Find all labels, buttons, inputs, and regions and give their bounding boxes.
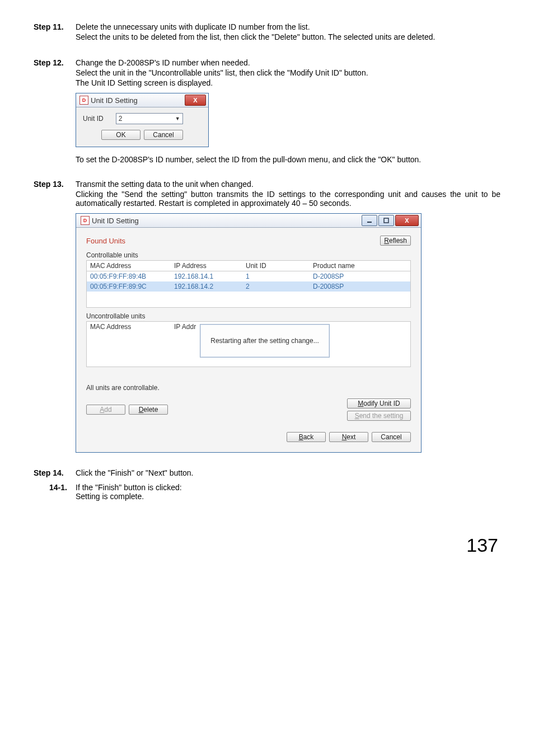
cancel-button[interactable]: Cancel bbox=[372, 432, 411, 442]
row1-mac: 00:05:F9:FF:89:4B bbox=[90, 273, 174, 280]
chevron-down-icon: ▼ bbox=[175, 116, 180, 121]
step13-text-2: Clicking the "Send the setting" button t… bbox=[76, 190, 500, 208]
row1-prod: D-2008SP bbox=[313, 273, 407, 280]
row2-id: 2 bbox=[246, 283, 313, 290]
ok-button[interactable]: OK bbox=[101, 130, 140, 140]
row1-id: 1 bbox=[246, 273, 313, 280]
step12-text-2: Select the unit in the "Uncontrollable u… bbox=[76, 68, 500, 77]
add-button: Add bbox=[86, 405, 125, 415]
controllable-header: MAC Address IP Address Unit ID Product n… bbox=[86, 260, 411, 271]
reflesh-button[interactable]: Reflesh bbox=[380, 236, 411, 246]
unit-id-setting-dialog-large: D Unit ID Setting X Found Units Reflesh bbox=[76, 213, 421, 453]
back-button[interactable]: Back bbox=[287, 432, 326, 442]
step12-text-3: The Unit ID Setting screen is displayed. bbox=[76, 78, 500, 87]
unit-id-combo[interactable]: 2 ▼ bbox=[116, 113, 183, 124]
step14-1-text-2: Setting is complete. bbox=[76, 492, 182, 501]
unit-id-label: Unit ID bbox=[83, 115, 104, 123]
maximize-icon[interactable] bbox=[378, 215, 394, 226]
step12-note: To set the D-2008SP's ID number, select … bbox=[76, 155, 500, 164]
found-units-label: Found Units bbox=[86, 237, 125, 245]
uc-mac-header: MAC Address bbox=[90, 323, 174, 331]
table-row[interactable]: 00:05:F9:FF:89:9C 192.168.14.2 2 D-2008S… bbox=[87, 281, 410, 292]
app-icon: D bbox=[81, 216, 90, 225]
col-ip-header: IP Address bbox=[174, 262, 246, 270]
unit-id-value: 2 bbox=[119, 115, 123, 123]
step14-1-label: 14-1. bbox=[49, 483, 76, 501]
send-setting-button: Send the setting bbox=[347, 411, 411, 421]
app-icon: D bbox=[79, 96, 88, 105]
col-id-header: Unit ID bbox=[246, 262, 313, 270]
step11-text-2: Select the units to be deleted from the … bbox=[76, 32, 500, 41]
status-line: All units are controllable. bbox=[86, 384, 411, 392]
close-icon[interactable]: X bbox=[185, 95, 206, 106]
delete-button[interactable]: Delete bbox=[129, 405, 168, 415]
step14-text-1: Click the "Finish" or "Next" button. bbox=[76, 468, 500, 477]
uncontrollable-units-label: Uncontrollable units bbox=[86, 312, 411, 320]
step12-label: Step 12. bbox=[34, 58, 76, 88]
table-row[interactable]: 00:05:F9:FF:89:4B 192.168.14.1 1 D-2008S… bbox=[87, 271, 410, 281]
step13-label: Step 13. bbox=[34, 180, 76, 209]
page-number: 137 bbox=[34, 534, 498, 556]
restarting-popup: Restarting after the setting change... bbox=[200, 324, 330, 358]
col-prod-header: Product name bbox=[313, 262, 407, 270]
step14-label: Step 14. bbox=[34, 468, 76, 478]
step14-1-text-1: If the "Finish" button is clicked: bbox=[76, 483, 182, 492]
step11-label: Step 11. bbox=[34, 22, 76, 43]
uncontrollable-box: MAC Address IP Addr ame Restarting after… bbox=[86, 321, 411, 367]
step12-text-1: Change the D-2008SP's ID number when nee… bbox=[76, 58, 500, 67]
col-mac-header: MAC Address bbox=[90, 262, 174, 270]
close-icon[interactable]: X bbox=[395, 215, 419, 226]
minimize-icon[interactable] bbox=[362, 215, 377, 226]
modify-unit-id-button[interactable]: Modify Unit ID bbox=[347, 398, 411, 408]
svg-rect-1 bbox=[384, 218, 388, 223]
controllable-units-label: Controllable units bbox=[86, 251, 411, 259]
row2-mac: 00:05:F9:FF:89:9C bbox=[90, 283, 174, 290]
row1-ip: 192.168.14.1 bbox=[174, 273, 246, 280]
dialog-title: Unit ID Setting bbox=[91, 96, 138, 105]
step13-text-1: Transmit the setting data to the unit wh… bbox=[76, 180, 500, 189]
unit-id-setting-dialog-small: D Unit ID Setting X Unit ID 2 ▼ OK Cance… bbox=[76, 93, 209, 147]
row2-prod: D-2008SP bbox=[313, 283, 407, 290]
dialog-title: Unit ID Setting bbox=[92, 217, 139, 225]
row2-ip: 192.168.14.2 bbox=[174, 283, 246, 290]
cancel-button[interactable]: Cancel bbox=[144, 130, 183, 140]
next-button[interactable]: Next bbox=[329, 432, 368, 442]
step11-text-1: Delete the unnecessary units with duplic… bbox=[76, 22, 500, 31]
